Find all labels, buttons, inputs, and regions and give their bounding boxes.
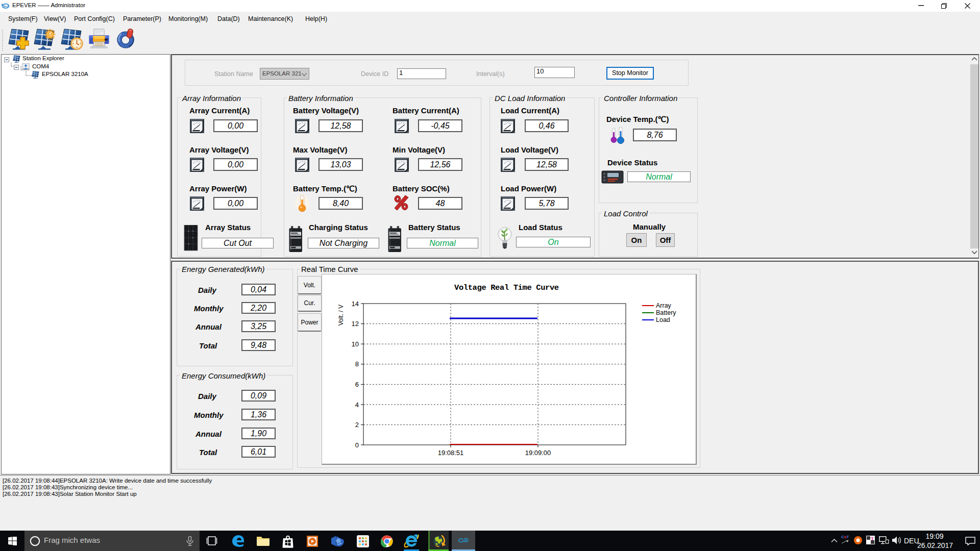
svg-text:Load: Load — [656, 316, 670, 323]
svg-text:14: 14 — [352, 300, 359, 308]
svg-text:12: 12 — [352, 320, 359, 328]
svg-text:Volt. / V: Volt. / V — [337, 305, 345, 325]
svg-text:19:09:00: 19:09:00 — [525, 449, 551, 457]
svg-text:10: 10 — [352, 340, 359, 348]
svg-text:6: 6 — [355, 381, 359, 388]
svg-text:Battery: Battery — [656, 309, 676, 316]
svg-text:T: T — [871, 536, 874, 541]
svg-text:8: 8 — [355, 360, 359, 368]
svg-text:19:08:51: 19:08:51 — [438, 449, 464, 457]
svg-text:0: 0 — [355, 441, 359, 449]
svg-text:2: 2 — [355, 421, 359, 429]
svg-text:4: 4 — [355, 401, 359, 409]
svg-text:Array: Array — [656, 302, 672, 309]
svg-text:BUS: BUS — [4, 5, 9, 8]
